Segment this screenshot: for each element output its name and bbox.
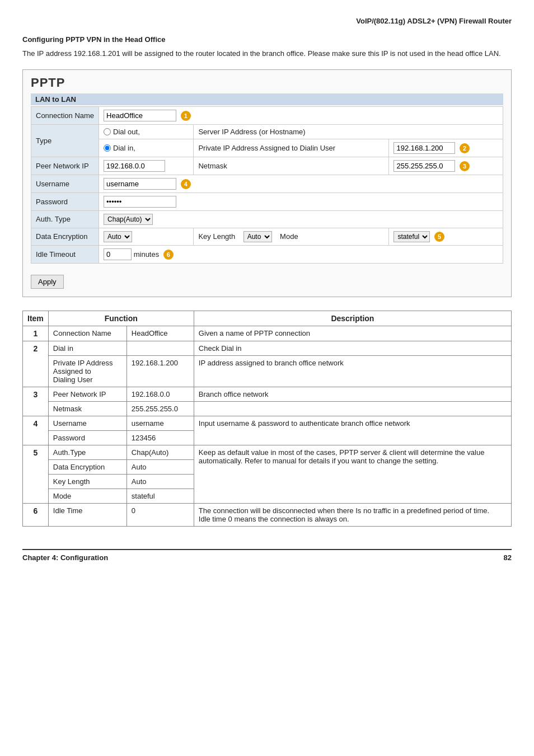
table-row: 5 Auth.Type Chap(Auto) Keep as default v…: [23, 445, 512, 459]
item-number: 2: [23, 341, 49, 387]
table-row: 1 Connection Name HeadOffice Given a nam…: [23, 326, 512, 341]
peer-network-ip-label: Peer Network IP: [31, 157, 99, 175]
function-value: 0: [127, 503, 194, 526]
function-value: 192.168.1.200: [127, 355, 194, 387]
badge-2: 2: [460, 143, 470, 153]
netmask-label-cell: Netmask: [194, 157, 389, 175]
function-name: Username: [48, 416, 127, 430]
private-ip-input[interactable]: [394, 142, 455, 154]
key-length-select[interactable]: Auto: [243, 231, 272, 242]
table-row: 3 Peer Network IP 192.168.0.0 Branch off…: [23, 387, 512, 401]
table-row: Username 4: [31, 175, 503, 192]
table-row: Netmask 255.255.255.0: [23, 401, 512, 416]
idle-timeout-unit: minutes: [134, 250, 160, 259]
item-number: 1: [23, 326, 49, 341]
col-item: Item: [23, 311, 49, 326]
password-input[interactable]: [104, 196, 176, 208]
footer: Chapter 4: Configuration 82: [22, 549, 512, 562]
apply-button-wrapper: Apply: [31, 269, 503, 289]
mode-label: Mode: [280, 232, 298, 241]
idle-timeout-input[interactable]: [104, 248, 132, 260]
idle-timeout-cell: minutes 6: [99, 245, 503, 263]
username-input[interactable]: [104, 178, 176, 190]
table-row: Auth. Type Chap(Auto): [31, 210, 503, 228]
function-name: Connection Name: [48, 326, 127, 341]
username-label: Username: [31, 175, 99, 192]
function-name: Key Length: [48, 474, 127, 489]
auth-type-cell: Chap(Auto): [99, 210, 503, 228]
auth-type-select[interactable]: Chap(Auto): [104, 214, 153, 225]
description-text: Input username & password to authenticat…: [194, 416, 511, 445]
table-row: Idle Timeout minutes 6: [31, 245, 503, 263]
connection-name-cell: 1: [99, 106, 503, 124]
data-encryption-label: Data Encryption: [31, 228, 99, 245]
description-text: Keep as default value in most of the cas…: [194, 445, 511, 503]
table-row: Connection Name 1: [31, 106, 503, 124]
description-text: Check Dial in: [194, 341, 511, 355]
table-row: Data Encryption Auto Key Length Auto Mod…: [31, 228, 503, 245]
function-name: Auth.Type: [48, 445, 127, 459]
table-row: Peer Network IP Netmask 3: [31, 157, 503, 175]
type-label: Type: [31, 124, 99, 157]
key-length-label-cell: Key Length Auto Mode: [194, 228, 389, 245]
footer-page: 82: [504, 553, 512, 562]
intro-text: The IP address 192.168.1.201 will be ass…: [22, 48, 512, 59]
apply-button[interactable]: Apply: [31, 275, 64, 289]
netmask-input[interactable]: [394, 160, 455, 172]
table-header-row: Item Function Description: [23, 311, 512, 326]
connection-name-label: Connection Name: [31, 106, 99, 124]
netmask-value-cell: 3: [389, 157, 503, 175]
function-value: 192.168.0.0: [127, 387, 194, 401]
function-value: stateful: [127, 489, 194, 503]
dial-out-radio[interactable]: [104, 128, 111, 135]
item-number: 6: [23, 503, 49, 526]
badge-1: 1: [181, 111, 191, 121]
dial-in-radio[interactable]: [104, 144, 111, 152]
dial-in-label: Dial in,: [113, 144, 135, 152]
table-row: 2 Dial in Check Dial in: [23, 341, 512, 355]
function-value: 255.255.255.0: [127, 401, 194, 416]
function-value: 123456: [127, 430, 194, 445]
function-name: Password: [48, 430, 127, 445]
function-name: Netmask: [48, 401, 127, 416]
function-name: Private IP Address Assigned toDialing Us…: [48, 355, 127, 387]
dial-out-cell: Dial out,: [99, 124, 194, 139]
badge-5: 5: [434, 232, 444, 242]
table-row: Private IP Address Assigned toDialing Us…: [23, 355, 512, 387]
footer-chapter: Chapter 4: Configuration: [22, 553, 108, 562]
description-text: IP address assigned to branch office net…: [194, 355, 511, 387]
description-text: Given a name of PPTP connection: [194, 326, 511, 341]
data-encryption-cell: Auto: [99, 228, 194, 245]
table-row: Type Dial out, Server IP Address (or Hos…: [31, 124, 503, 139]
dial-out-label: Dial out,: [113, 128, 140, 136]
item-number: 5: [23, 445, 49, 503]
peer-network-ip-input[interactable]: [104, 160, 165, 172]
password-cell: [99, 192, 503, 210]
function-value: Auto: [127, 459, 194, 474]
table-row: 4 Username username Input username & pas…: [23, 416, 512, 430]
table-row: Dial in, Private IP Address Assigned to …: [31, 139, 503, 157]
page-header-title: VoIP/(802.11g) ADSL2+ (VPN) Firewall Rou…: [22, 17, 512, 25]
description-table: Item Function Description 1 Connection N…: [22, 311, 512, 527]
description-text: Branch office network: [194, 387, 511, 401]
auth-type-label: Auth. Type: [31, 210, 99, 228]
function-value: HeadOffice: [127, 326, 194, 341]
function-value: [127, 341, 194, 355]
key-length-label: Key Length: [198, 232, 235, 241]
pptp-form-table: Connection Name 1 Type Dial out, Server …: [31, 106, 503, 264]
pptp-title: PPTP: [31, 76, 503, 90]
data-encryption-select[interactable]: Auto: [104, 231, 132, 242]
function-value: Auto: [127, 474, 194, 489]
description-text: [194, 401, 511, 416]
dial-in-cell: Dial in,: [99, 139, 194, 157]
badge-6: 6: [163, 250, 174, 260]
mode-select[interactable]: stateful: [394, 231, 430, 242]
table-row: Password: [31, 192, 503, 210]
idle-timeout-label: Idle Timeout: [31, 245, 99, 263]
function-name: Idle Time: [48, 503, 127, 526]
connection-name-input[interactable]: [104, 110, 176, 121]
private-ip-label-cell: Private IP Address Assigned to Dialin Us…: [194, 139, 389, 157]
col-function: Function: [48, 311, 194, 326]
function-value: Chap(Auto): [127, 445, 194, 459]
server-ip-label-cell: Server IP Address (or Hostname): [194, 124, 503, 139]
